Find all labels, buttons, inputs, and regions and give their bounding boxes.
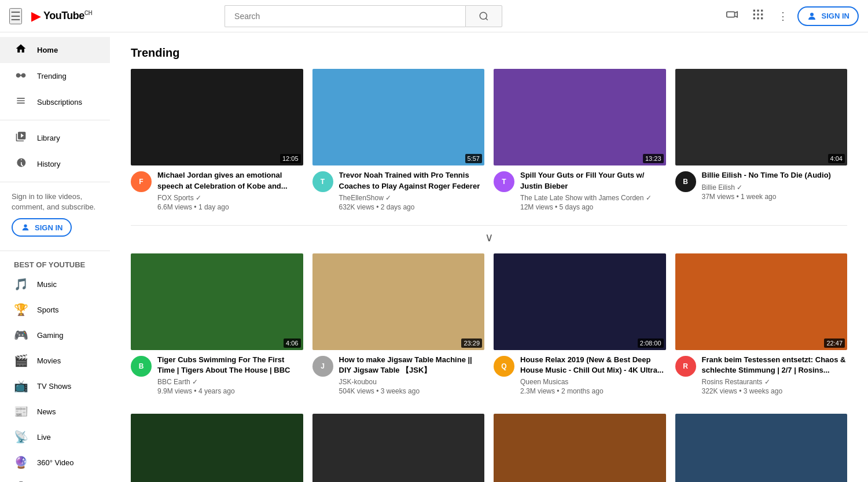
channel-avatar-v8: R <box>675 356 696 377</box>
thumbnail-v7: 2:08:00 <box>494 253 666 350</box>
sidebar-item-tv[interactable]: 📺 TV Shows <box>0 373 110 399</box>
video-title-v4: Billie Eilish - No Time To Die (Audio) <box>702 170 831 181</box>
thumbnail-v4: 4:04 <box>675 69 848 165</box>
sign-in-button[interactable]: SIGN IN <box>797 6 859 26</box>
logo-link[interactable]: ▶ YouTubeCH <box>31 9 92 24</box>
header-right: ⋮ SIGN IN <box>721 3 859 28</box>
search-input[interactable] <box>225 5 465 27</box>
video-grid-row2: 4:06BTiger Cubs Swimming For The First T… <box>131 253 847 396</box>
svg-rect-10 <box>761 17 763 19</box>
sidebar-item-news[interactable]: 📰 News <box>0 399 110 424</box>
video-stats-v4: 37M views • 1 week ago <box>702 193 831 201</box>
duration-v3: 13:23 <box>643 154 664 163</box>
movies-icon: 🎬 <box>14 354 28 367</box>
video-stats-v6: 504K views • 3 weeks ago <box>339 387 485 395</box>
svg-rect-9 <box>757 17 759 19</box>
search-container <box>225 5 502 27</box>
history-label: History <box>37 160 60 168</box>
sidebar-item-home[interactable]: Home <box>0 37 110 63</box>
svg-rect-1 <box>726 12 734 17</box>
video-info-v7: House Relax 2019 (New & Best Deep House … <box>520 355 666 395</box>
video-camera-button[interactable] <box>721 3 743 28</box>
main-content: Trending 12:05FMichael Jordan gives an e… <box>110 32 868 482</box>
sidebar-item-browse[interactable]: ➕ Browse channels <box>0 475 110 482</box>
thumbnail-v3: 13:23 <box>494 69 666 165</box>
subscriptions-icon <box>14 95 28 109</box>
video-card-v6[interactable]: 23:29JHow to make Jigsaw Table Machine |… <box>312 253 485 396</box>
channel-name-v2: TheEllenShow ✓ <box>339 194 485 202</box>
music-label: Music <box>37 280 57 289</box>
svg-point-12 <box>24 225 27 227</box>
live-icon: 📡 <box>14 430 28 444</box>
divider-3 <box>0 251 110 251</box>
svg-rect-5 <box>753 13 755 15</box>
video-meta-v4: BBillie Eilish - No Time To Die (Audio)B… <box>675 170 848 200</box>
svg-rect-6 <box>757 13 759 15</box>
video-card-v10[interactable]: 6:12CVideo 10Channel 101.2M views • 3 da… <box>312 414 485 482</box>
channel-name-v3: The Late Late Show with James Corden ✓ <box>520 194 666 202</box>
logo-country: CH <box>84 10 92 16</box>
video-card-v9[interactable]: 8:24NVideo 9NDR500K views • 1 week ago <box>131 414 303 482</box>
sign-in-section: Sign in to like videos, comment, and sub… <box>0 187 110 246</box>
sidebar-item-sports[interactable]: 🏆 Sports <box>0 297 110 322</box>
video-title-v5: Tiger Cubs Swimming For The First Time |… <box>157 355 303 376</box>
collapse-button[interactable]: ∨ <box>485 230 494 244</box>
library-label: Library <box>37 134 60 142</box>
youtube-logo-icon: ▶ <box>31 9 41 24</box>
video-title-v8: Frank beim Testessen entsetzt: Chaos & s… <box>702 355 848 376</box>
sidebar-item-library[interactable]: Library <box>0 125 110 151</box>
sidebar-item-music[interactable]: 🎵 Music <box>0 271 110 297</box>
chevron-row: ∨ <box>131 225 847 244</box>
video-title-v3: Spill Your Guts or Fill Your Guts w/ Jus… <box>520 170 666 191</box>
video-card-v12[interactable]: 10:47CVideo 12Channel 12210K views • 5 d… <box>675 414 848 482</box>
main-layout: Home Trending Subscriptions Library <box>0 32 868 482</box>
tv-icon: 📺 <box>14 379 28 393</box>
divider-2 <box>0 182 110 182</box>
more-options-button[interactable]: ⋮ <box>773 5 793 27</box>
video-card-v4[interactable]: 4:04BBillie Eilish - No Time To Die (Aud… <box>675 69 848 211</box>
video-stats-v2: 632K views • 2 days ago <box>339 203 485 211</box>
sidebar-item-history[interactable]: History <box>0 151 110 177</box>
live-label: Live <box>37 433 51 441</box>
home-icon <box>14 43 28 57</box>
sidebar-item-movies[interactable]: 🎬 Movies <box>0 348 110 373</box>
video-stats-v7: 2.3M views • 2 months ago <box>520 387 666 395</box>
duration-v6: 23:29 <box>461 338 482 348</box>
video-card-v11[interactable]: 14:33CVideo 11Channel 11890K views • 2 w… <box>494 414 666 482</box>
svg-point-0 <box>480 12 487 19</box>
video-card-v8[interactable]: 22:47RFrank beim Testessen entsetzt: Cha… <box>675 253 848 396</box>
sidebar-item-live[interactable]: 📡 Live <box>0 424 110 450</box>
thumbnail-v8: 22:47 <box>675 253 848 350</box>
video-card-v1[interactable]: 12:05FMichael Jordan gives an emotional … <box>131 69 303 211</box>
video-card-v7[interactable]: 2:08:00QHouse Relax 2019 (New & Best Dee… <box>494 253 666 396</box>
header-left: ☰ ▶ YouTubeCH <box>9 8 92 24</box>
channel-avatar-v6: J <box>312 356 333 377</box>
sidebar-item-trending[interactable]: Trending <box>0 63 110 89</box>
sidebar-sign-in-button[interactable]: SIGN IN <box>12 218 72 237</box>
movies-label: Movies <box>37 356 61 365</box>
sidebar-item-360[interactable]: 🔮 360° Video <box>0 450 110 475</box>
home-label: Home <box>37 46 58 54</box>
sidebar-item-subscriptions[interactable]: Subscriptions <box>0 89 110 115</box>
video-card-v5[interactable]: 4:06BTiger Cubs Swimming For The First T… <box>131 253 303 396</box>
header: ☰ ▶ YouTubeCH ⋮ SIGN IN <box>0 0 868 32</box>
sports-label: Sports <box>37 306 59 314</box>
video-stats-v1: 6.6M views • 1 day ago <box>157 203 303 211</box>
channel-avatar-v7: Q <box>494 356 514 377</box>
channel-name-v7: Queen Musicas <box>520 378 666 386</box>
channel-name-v6: JSK-koubou <box>339 378 485 386</box>
video-meta-v7: QHouse Relax 2019 (New & Best Deep House… <box>494 355 666 395</box>
video-grid-row3: 8:24NVideo 9NDR500K views • 1 week ago6:… <box>131 414 847 482</box>
header-center <box>178 5 549 27</box>
video-info-v1: Michael Jordan gives an emotional speech… <box>157 170 303 211</box>
video-card-v3[interactable]: 13:23TSpill Your Guts or Fill Your Guts … <box>494 69 666 211</box>
sidebar-item-gaming[interactable]: 🎮 Gaming <box>0 322 110 348</box>
trending-icon <box>14 69 28 83</box>
video-card-v2[interactable]: 5:57TTrevor Noah Trained with Pro Tennis… <box>312 69 485 211</box>
channel-avatar-v3: T <box>494 171 514 192</box>
channel-name-v1: FOX Sports ✓ <box>157 194 303 202</box>
search-button[interactable] <box>465 5 502 27</box>
apps-button[interactable] <box>748 4 768 28</box>
svg-rect-2 <box>753 10 755 12</box>
menu-button[interactable]: ☰ <box>9 8 22 24</box>
